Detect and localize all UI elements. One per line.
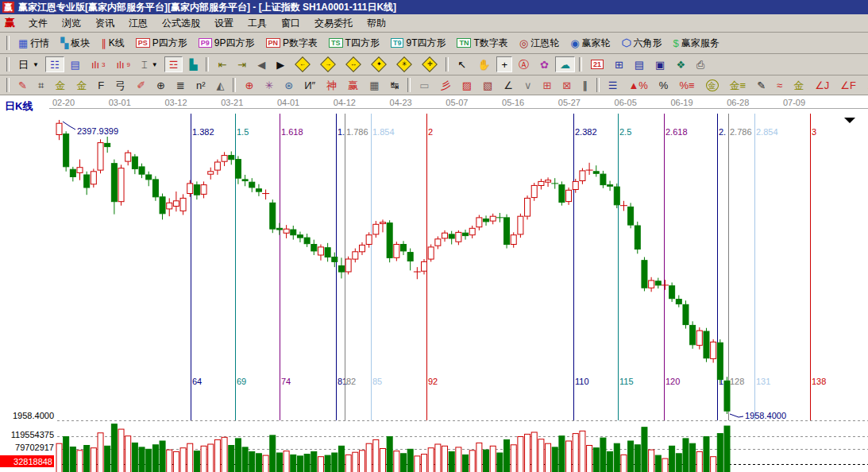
red-grid-tool[interactable]: ⊞ (538, 77, 556, 93)
t-square-button[interactable]: TST四方形 (324, 35, 384, 51)
period-dropdown[interactable]: 日▼ (14, 56, 44, 72)
menu-item-文件[interactable]: 文件 (21, 15, 55, 32)
minichart-9-button[interactable]: ılı9 (111, 56, 135, 72)
menu-item-资讯[interactable]: 资讯 (88, 15, 122, 32)
grid-circle-tool[interactable]: ⊛ (280, 77, 298, 93)
gann-compress-button[interactable]: ✦ (367, 56, 391, 72)
f-fence-tool[interactable]: F (93, 77, 109, 93)
chart-pattern-button[interactable]: ☷ (45, 56, 64, 72)
winner-wheel-button[interactable]: ◉赢家轮 (565, 35, 615, 51)
page-next-button[interactable]: ▶ (272, 56, 289, 72)
kline-chart-canvas[interactable]: 1.382641.5691.618741.811.786821.85485292… (0, 114, 868, 472)
crosshair-tool-button[interactable]: + (496, 56, 512, 72)
page-prev-button[interactable]: ◀ (253, 56, 270, 72)
pen-tool[interactable]: ✎ (14, 77, 32, 93)
p-table-button[interactable]: PNP数字表 (261, 35, 323, 51)
percent-triangle-tool[interactable]: ▲% (623, 77, 652, 93)
angle-ruler-tool[interactable]: ◭ (211, 77, 229, 93)
menu-item-公式选股[interactable]: 公式选股 (155, 15, 207, 32)
menu-item-工具[interactable]: 工具 (241, 15, 274, 32)
menu-item-浏览[interactable]: 浏览 (55, 15, 88, 32)
dense-grid-tool[interactable]: ▦ (365, 77, 384, 93)
j-angle-tool[interactable]: ∠J (810, 77, 834, 93)
ying-fence-tool[interactable]: 赢 (343, 77, 363, 93)
pattern-analyze-button[interactable]: ☲ (164, 56, 183, 72)
fence-tool[interactable]: ⌗ (33, 77, 48, 93)
network-button[interactable]: ❖ (671, 56, 690, 72)
zoom-tool-button[interactable]: Ⓐ (514, 56, 534, 72)
gold-lines-tool[interactable]: 金≡ (725, 77, 751, 93)
menu-item-交易委托[interactable]: 交易委托 (307, 15, 360, 32)
shade-box-tool[interactable]: ▧ (478, 77, 497, 93)
p-square-icon: PS (136, 38, 150, 48)
gann-shift-left-button[interactable]: ← (291, 56, 314, 72)
date-tick-label: 04-12 (327, 98, 362, 107)
hexagon-button[interactable]: 六角形 (617, 35, 667, 51)
goto-last-button[interactable]: ⇥ (233, 56, 251, 72)
depth-bars-tool[interactable]: ☰ (604, 77, 623, 93)
f-angle-tool[interactable]: ∠F (835, 77, 861, 93)
percent-tool[interactable]: % (654, 77, 673, 93)
save-button[interactable]: ▣ (650, 56, 669, 72)
info-panel-button[interactable]: ▤ (66, 56, 85, 72)
p-square-button[interactable]: PSP四方形 (131, 35, 192, 51)
gold-fence-tool[interactable]: 金 (50, 77, 70, 93)
box-grid-tool[interactable]: ▭ (415, 77, 434, 93)
pen-bars-tool[interactable]: ✎ (752, 77, 770, 93)
winner-service-button[interactable]: $赢家服务 (669, 35, 724, 51)
star-circle-tool[interactable]: ✳ (260, 77, 278, 93)
minichart-3-button[interactable]: ılı3 (87, 56, 110, 72)
kline-chart[interactable]: 1.382641.5691.618741.811.786821.85485292… (0, 114, 868, 472)
brain-tool-button[interactable]: ☁ (555, 56, 575, 72)
gold-fence2-tool[interactable]: 金 (71, 77, 91, 93)
calendar-button[interactable]: 21 (586, 56, 608, 72)
9t-square-button[interactable]: T99T四方形 (386, 35, 451, 51)
flower-tool-button[interactable]: ✿ (535, 56, 554, 72)
gold-circle-tool[interactable]: 金 (701, 77, 723, 93)
volume-bar (559, 436, 565, 472)
menu-item-窗口[interactable]: 窗口 (274, 15, 307, 32)
gann-shift-right-button[interactable]: → (316, 56, 340, 72)
parallel-lines-tool[interactable]: ∥ (577, 77, 592, 93)
menu-logo-icon[interactable]: 赢 (0, 16, 21, 30)
bow-fence-tool[interactable]: 弓 (110, 77, 130, 93)
rays-tool[interactable]: 彡 (436, 77, 456, 93)
gold-line2-tool[interactable]: 金 (789, 77, 808, 93)
menu-item-设置[interactable]: 设置 (207, 15, 241, 32)
gann-circle-tool[interactable]: ⊕ (152, 77, 170, 93)
percent-lines-tool[interactable]: %≡ (674, 77, 699, 93)
9p-square-button[interactable]: P99P四方形 (194, 35, 260, 51)
gold-angle-tool[interactable]: ∠金 (862, 77, 868, 93)
notes-button[interactable]: ▤ (630, 56, 649, 72)
gann-center-button[interactable]: ✛ (418, 56, 442, 72)
n2-tool[interactable]: n² (191, 77, 210, 93)
candle-style-dropdown[interactable]: ⌶▼ (137, 56, 163, 72)
crosshair-tool-button-icon: + (501, 60, 507, 70)
gann-wheel-button[interactable]: ◎江恩轮 (515, 35, 564, 51)
wave2-tool[interactable]: ≈ (772, 77, 787, 93)
kline-button[interactable]: ∥K线 (96, 35, 129, 51)
width-measure-tool[interactable]: ↹ (385, 77, 403, 93)
sectors-button[interactable]: ▚板块 (56, 35, 95, 51)
circle-cross-tool[interactable]: ⊕ (240, 77, 258, 93)
calculator-button[interactable]: ⊞ (610, 56, 628, 72)
cursor-tool-button[interactable]: ↖ (453, 56, 471, 72)
fan-grid-tool[interactable]: ▨ (457, 77, 476, 93)
shen-fence-tool[interactable]: 神 (322, 77, 341, 93)
menu-item-帮助[interactable]: 帮助 (360, 15, 393, 32)
t-table-button[interactable]: TNT数字表 (452, 35, 512, 51)
ruler-lines-tool[interactable]: ≣ (172, 77, 190, 93)
red-grid2-tool[interactable]: ⊠ (557, 77, 576, 93)
quotes-button[interactable]: ▦行情 (14, 35, 54, 51)
hand-tool-button[interactable]: ✋ (473, 56, 495, 72)
color-chart-button[interactable]: ▙ (184, 56, 202, 72)
gann-star-button[interactable]: ✳ (392, 56, 416, 72)
menu-item-江恩[interactable]: 江恩 (122, 15, 155, 32)
print-button[interactable]: ⎙ (692, 56, 709, 72)
marker-pen-tool[interactable]: ✐ (132, 77, 150, 93)
wave-mark-tool[interactable]: И″ (299, 77, 320, 93)
goto-first-button[interactable]: ⇤ (213, 56, 231, 72)
gann-expand-button[interactable]: ↔ (341, 56, 365, 72)
v-lines-tool[interactable]: ∨ (519, 77, 537, 93)
angle-lines-tool[interactable]: ∠ (499, 77, 518, 93)
